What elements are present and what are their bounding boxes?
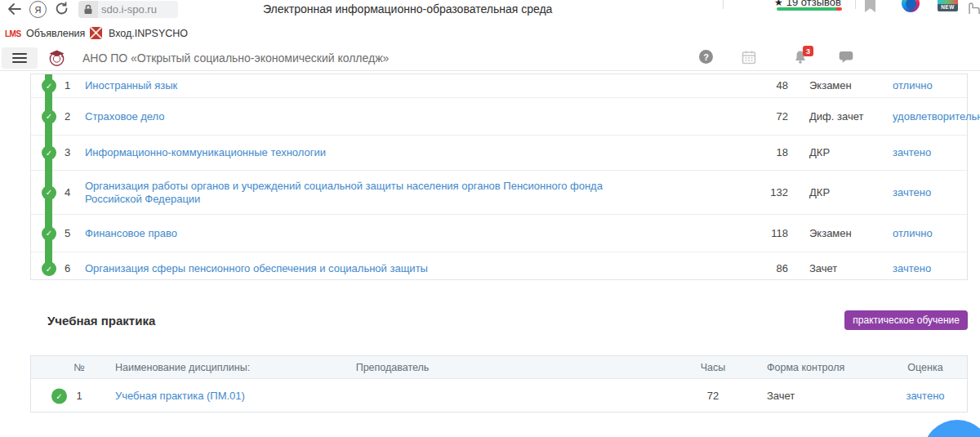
yandex-browser-icon[interactable]: Я (29, 1, 47, 18)
column-header-grade: Оценка (884, 362, 966, 373)
chat-widget-button[interactable] (923, 420, 980, 437)
sidebar-toggle-button[interactable] (2, 47, 38, 69)
row-number: 3 (65, 146, 82, 159)
bookmark-flag-icon[interactable] (864, 0, 876, 12)
table-row: ✓ 2 Страховое дело 72 Диф. зачет удовлет… (31, 98, 967, 136)
practice-link[interactable]: Учебная практика (ПМ.01) (115, 390, 245, 402)
row-number: 2 (65, 110, 82, 123)
table-row: ✓ 5 Финансовое право 118 Экзамен отлично (31, 215, 967, 252)
discipline-link[interactable]: Финансовое право (85, 227, 177, 239)
reviews-underline-red (836, 7, 842, 11)
grade-link[interactable]: отлично (893, 79, 933, 91)
control-form: Зачет (767, 390, 865, 403)
hours-value: 72 (754, 110, 788, 123)
completed-check-icon: ✓ (42, 145, 56, 160)
grade-link[interactable]: зачтено (893, 146, 931, 158)
completed-check-icon: ✓ (42, 109, 56, 124)
extension-icon[interactable] (902, 0, 920, 12)
hours-value: 132 (754, 186, 788, 199)
calendar-icon[interactable] (742, 50, 756, 65)
hours-value: 48 (754, 79, 788, 92)
discipline-link[interactable]: Организация сферы пенсионного обеспечени… (85, 262, 428, 274)
row-number: 1 (70, 390, 88, 403)
browser-tab-title: Электронная информационно-образовательна… (263, 2, 552, 16)
hours-value: 72 (694, 390, 732, 403)
column-header-num: № (70, 362, 88, 373)
url-text: sdo.i-spo.ru (101, 3, 157, 16)
section-title: Учебная практика (47, 314, 155, 328)
grade-link[interactable]: зачтено (893, 186, 931, 198)
hours-value: 86 (754, 262, 788, 275)
refresh-icon[interactable] (54, 1, 70, 17)
back-icon[interactable] (7, 1, 23, 17)
app-header: АНО ПО «Открытый социально-экономический… (0, 45, 980, 71)
column-header-control: Форма контроля (767, 362, 865, 373)
table-row: ✓ 6 Организация сферы пенсионного обеспе… (31, 252, 967, 285)
discipline-link[interactable]: Информационно-коммуникационные технологи… (85, 146, 326, 158)
completed-check-icon: ✓ (42, 78, 56, 93)
discipline-link[interactable]: Организация работы органов и учреждений … (85, 180, 603, 205)
disciplines-table: ✓ 1 Иностранный язык 48 Экзамен отлично … (30, 74, 968, 280)
completed-check-icon: ✓ (42, 185, 56, 200)
table-row: ✓ 3 Информационно-коммуникационные техно… (31, 136, 967, 171)
help-icon[interactable]: ? (699, 50, 713, 64)
completed-check-icon: ✓ (42, 261, 56, 276)
row-number: 6 (65, 262, 82, 275)
college-logo (46, 47, 68, 69)
url-bar[interactable]: sdo.i-spo.ru (98, 1, 178, 18)
hours-value: 118 (754, 227, 788, 240)
practical-training-badge: практическое обучение (844, 310, 968, 330)
bookmark-inpsycho[interactable]: Вход.INPSYCHO (109, 28, 188, 39)
inpsycho-favicon (90, 27, 102, 39)
new-extension-icon[interactable]: NEW (938, 0, 958, 11)
discipline-link[interactable]: Иностранный язык (85, 79, 177, 91)
notification-count-badge: 3 (803, 46, 813, 56)
grade-link[interactable]: отлично (893, 227, 933, 239)
bookmark-announcements[interactable]: Объявления (26, 28, 85, 39)
table-row: ✓ 1 Иностранный язык 48 Экзамен отлично (31, 74, 967, 98)
grade-link[interactable]: удовлетворительно (893, 110, 980, 123)
column-header-hours: Часы (694, 362, 732, 373)
column-header-teacher: Преподаватель (341, 362, 443, 373)
college-name: АНО ПО «Открытый социально-экономический… (82, 51, 389, 65)
grade-link[interactable]: зачтено (906, 390, 944, 402)
lock-icon[interactable] (78, 1, 98, 18)
toolbar-divider (723, 0, 724, 9)
reviews-underline-green (777, 7, 836, 11)
messages-icon[interactable] (839, 51, 853, 64)
completed-check-icon: ✓ (51, 388, 67, 404)
hours-value: 18 (754, 146, 788, 159)
hand-cursor-icon[interactable] (966, 0, 980, 14)
table-row: ✓ 1 Учебная практика (ПМ.01) 72 Зачет за… (31, 379, 967, 412)
row-number: 4 (65, 186, 82, 199)
browser-toolbar: Я sdo.i-spo.ru Электронная информационно… (0, 0, 980, 24)
row-number: 1 (65, 79, 82, 92)
browser-window: Я sdo.i-spo.ru Электронная информационно… (0, 0, 980, 437)
column-header-name: Наименование дисциплины: (115, 362, 250, 373)
discipline-link[interactable]: Страховое дело (85, 110, 165, 123)
new-icon-label: NEW (938, 4, 958, 11)
lms-favicon: LMS (5, 29, 21, 38)
completed-check-icon: ✓ (42, 226, 56, 241)
bookmarks-bar: LMS Объявления Вход.INPSYCHO (0, 23, 980, 46)
table-header-row: № Наименование дисциплины: Преподаватель… (31, 356, 967, 379)
row-number: 5 (65, 227, 82, 240)
grade-link[interactable]: зачтено (893, 262, 931, 274)
toolbar-divider (855, 0, 856, 9)
practice-table: № Наименование дисциплины: Преподаватель… (30, 355, 968, 412)
table-row: ✓ 4 Организация работы органов и учрежде… (31, 171, 967, 215)
